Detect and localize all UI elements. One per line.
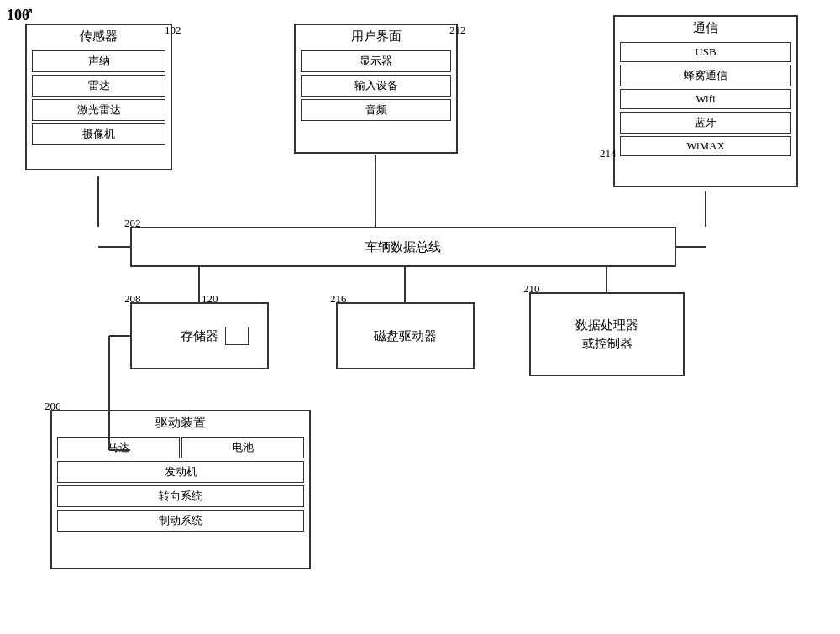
arrow-icon: ↗ [24,5,34,19]
comm-item-usb: USB [620,42,791,62]
bus-box: 车辆数据总线 [130,227,676,267]
sensor-item-lidar: 激光雷达 [32,99,165,121]
disk-title: 磁盘驱动器 [367,325,444,348]
label-216: 216 [330,292,347,306]
sensor-item-radar: 雷达 [32,75,165,97]
drive-item-engine: 发动机 [57,461,304,483]
sensor-title: 传感器 [27,25,171,48]
storage-box: 存储器 [130,302,269,369]
drive-item-battery: 电池 [181,437,304,458]
processor-title: 数据处理器 或控制器 [569,312,645,357]
drive-box: 驱动装置 马达 电池 发动机 转向系统 制动系统 [50,410,311,569]
comm-item-wimax: WiMAX [620,136,791,156]
label-210: 210 [523,282,540,296]
comm-item-cellular: 蜂窝通信 [620,65,791,86]
sensor-item-camera: 摄像机 [32,123,165,145]
sensor-item-sonar: 声纳 [32,50,165,72]
ui-item-input: 输入设备 [301,75,451,97]
ui-title: 用户界面 [296,25,456,48]
comm-item-bluetooth: 蓝牙 [620,112,791,134]
label-214: 214 [600,147,617,160]
label-206: 206 [45,400,61,413]
diagram: 100 ↗ 传感器 声纳 雷达 激光雷达 摄像机 102 用户界面 显示器 输入… [0,0,840,634]
ui-box: 用户界面 显示器 输入设备 音频 [294,24,458,154]
bus-title: 车辆数据总线 [359,236,448,259]
drive-row-motor: 马达 电池 [57,437,304,458]
storage-title: 存储器 [174,325,225,348]
label-202: 202 [124,217,141,230]
comm-title: 通信 [615,17,796,39]
drive-title: 驱动装置 [52,411,309,434]
ui-item-audio: 音频 [301,99,451,121]
comm-box: 通信 USB 蜂窝通信 Wifi 蓝牙 WiMAX [613,15,798,187]
storage-icon [225,327,249,345]
processor-box: 数据处理器 或控制器 [529,292,685,376]
drive-item-steering: 转向系统 [57,485,304,507]
label-212: 212 [449,24,466,37]
label-102: 102 [165,24,181,37]
ui-item-display: 显示器 [301,50,451,72]
comm-item-wifi: Wifi [620,89,791,109]
label-120: 120 [202,292,218,306]
drive-item-brake: 制动系统 [57,510,304,532]
sensor-box: 传感器 声纳 雷达 激光雷达 摄像机 [25,24,172,170]
disk-box: 磁盘驱动器 [336,302,475,369]
drive-item-motor: 马达 [57,437,180,458]
label-208: 208 [124,292,141,306]
